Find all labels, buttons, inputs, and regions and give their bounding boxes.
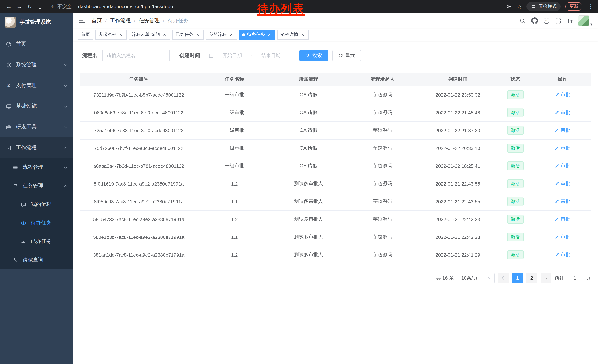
browser-menu-icon[interactable]: ⋮ <box>587 3 594 10</box>
cell-status: 激活 <box>496 139 534 157</box>
tab-close-icon[interactable]: × <box>267 32 272 37</box>
approve-link[interactable]: 审批 <box>555 145 570 152</box>
cell-action: 审批 <box>534 175 590 193</box>
github-icon[interactable] <box>531 17 538 24</box>
search-icon[interactable] <box>519 18 526 24</box>
tab[interactable]: 首页 <box>78 30 93 40</box>
approve-link[interactable]: 审批 <box>555 180 570 187</box>
tab-close-icon[interactable]: × <box>162 32 167 37</box>
font-size-icon[interactable] <box>567 18 573 24</box>
user-menu[interactable]: ▾ <box>578 15 592 26</box>
cell-task-id: 8f059c03-7ac8-11ec-a9e2-a2380e71991a <box>80 193 198 210</box>
sidebar-item-label: 研发工具 <box>16 124 37 130</box>
app-logo[interactable]: 芋道管理系统 <box>0 13 73 32</box>
browser-update-button[interactable]: 更新 <box>565 2 582 11</box>
table-row: 8f059c03-7ac8-11ec-a9e2-a2380e71991a 1.1… <box>80 193 590 210</box>
sidebar-item-done-tasks[interactable]: 已办任务 <box>0 232 73 251</box>
chevron-left-icon <box>502 276 505 280</box>
browser-reload-button[interactable]: ↻ <box>25 1 35 12</box>
approve-link[interactable]: 审批 <box>555 127 570 134</box>
approve-label: 审批 <box>561 127 570 134</box>
tags-bar: 首页 发起流程 × 流程表单-编辑 × 已办任务 × 我的流程 × 待办任务 ×… <box>73 29 598 41</box>
tab[interactable]: 已办任务 × <box>172 30 204 40</box>
tab-close-icon[interactable]: × <box>229 32 234 37</box>
cell-created: 2022-01-21 22:41:29 <box>420 246 496 264</box>
approve-link[interactable]: 审批 <box>555 91 570 98</box>
tab[interactable]: 流程详情 × <box>277 30 309 40</box>
password-key-icon[interactable] <box>506 3 512 10</box>
sidebar-collapse-icon[interactable] <box>78 17 86 24</box>
approve-link[interactable]: 审批 <box>555 109 570 116</box>
approve-link[interactable]: 审批 <box>555 234 570 240</box>
date-range-picker[interactable]: 开始日期 - 结束日期 <box>205 49 291 61</box>
search-button[interactable]: 搜索 <box>299 49 328 61</box>
fullscreen-icon[interactable] <box>555 18 561 24</box>
approve-link[interactable]: 审批 <box>555 162 570 169</box>
table-header-row: 任务编号 任务名称 所属流程 流程发起人 创建时间 状态 操作 <box>80 73 590 86</box>
breadcrumb-home[interactable]: 首页 <box>91 17 102 24</box>
cell-action: 审批 <box>534 157 590 175</box>
sidebar-item-workflow[interactable]: 工作流程 <box>0 138 73 158</box>
cell-status: 激活 <box>496 157 534 175</box>
table-row: 069c6a63-7b8a-11ec-8ef0-acde48001122 一级审… <box>80 104 590 121</box>
bookmark-star-icon[interactable]: ☆ <box>517 3 522 10</box>
edit-icon <box>555 128 559 133</box>
chevron-right-icon <box>544 276 548 280</box>
sidebar-item-process-mgmt[interactable]: 流程管理 <box>0 158 73 177</box>
tab[interactable]: 发起流程 × <box>95 30 127 40</box>
sidebar-item-todo-tasks[interactable]: 待办任务 <box>0 214 73 232</box>
approve-label: 审批 <box>561 109 570 116</box>
page-size-select[interactable]: 10条/页 <box>457 273 495 283</box>
tab-close-icon[interactable]: × <box>195 32 200 37</box>
cell-status: 激活 <box>496 193 534 210</box>
cell-task-id: 381aa1dd-7ac8-11ec-a9e2-a2380e71991a <box>80 246 198 264</box>
sidebar-item-payment[interactable]: ¥ 支付管理 <box>0 75 73 96</box>
browser-home-button[interactable]: ⌂ <box>35 1 45 12</box>
sidebar-item-devtools[interactable]: 研发工具 <box>0 117 73 138</box>
approve-link[interactable]: 审批 <box>555 198 570 205</box>
edit-icon <box>555 181 559 186</box>
tab-label: 流程详情 <box>281 32 298 38</box>
process-name-input[interactable] <box>102 49 170 61</box>
sidebar-item-my-process[interactable]: 我的流程 <box>0 195 73 214</box>
cell-process: OA 请假 <box>271 121 346 139</box>
cell-status: 激活 <box>496 228 534 246</box>
sidebar-item-infra[interactable]: 基础设施 <box>0 96 73 117</box>
tab-close-icon[interactable]: × <box>300 32 305 37</box>
tab-label: 发起流程 <box>99 32 116 38</box>
cell-process: OA 请假 <box>271 86 346 104</box>
prev-page-button[interactable] <box>498 273 509 283</box>
tab-close-icon[interactable]: × <box>118 32 123 37</box>
yen-icon: ¥ <box>6 83 11 89</box>
reset-button[interactable]: 重置 <box>332 49 361 61</box>
tab-label: 首页 <box>81 32 90 38</box>
sidebar-item-home[interactable]: 首页 <box>0 34 73 54</box>
breadcrumb-task-mgmt[interactable]: 任务管理 <box>131 17 160 24</box>
approve-link[interactable]: 审批 <box>555 251 570 258</box>
approve-link[interactable]: 审批 <box>555 216 570 223</box>
cell-task-id: 069c6a63-7b8a-11ec-8ef0-acde48001122 <box>80 104 198 121</box>
browser-back-button[interactable]: ← <box>4 1 14 12</box>
browser-forward-button[interactable]: → <box>14 1 25 12</box>
sidebar-item-system[interactable]: 系统管理 <box>0 54 73 75</box>
help-icon[interactable] <box>543 18 549 24</box>
cell-starter: 芋道源码 <box>346 246 420 264</box>
cell-starter: 芋道源码 <box>346 104 420 121</box>
address-bar[interactable]: ⚠ 不安全 dashboard.yudao.iocoder.cn/bpm/tas… <box>50 3 173 10</box>
tab[interactable]: 待办任务 × <box>239 30 275 40</box>
tab[interactable]: 我的流程 × <box>206 30 237 40</box>
sidebar-item-task-mgmt[interactable]: 任务管理 <box>0 177 73 195</box>
page-button-2[interactable]: 2 <box>526 273 537 283</box>
address-divider <box>75 4 75 9</box>
cell-task-id: a6aba0a4-7b6d-11ec-b781-acde48001122 <box>80 157 198 175</box>
next-page-button[interactable] <box>540 273 551 283</box>
cell-starter: 芋道源码 <box>346 157 420 175</box>
table-row: a6aba0a4-7b6d-11ec-b781-acde48001122 一级审… <box>80 157 590 175</box>
tab[interactable]: 流程表单-编辑 × <box>129 30 170 40</box>
sidebar-item-leave-query[interactable]: 请假查询 <box>0 251 73 269</box>
goto-page-input[interactable] <box>567 273 583 283</box>
cell-created: 2022-01-21 22:42:23 <box>420 210 496 228</box>
breadcrumb-workflow[interactable]: 工作流程 <box>102 17 131 24</box>
cell-created: 2022-01-22 20:33:10 <box>420 139 496 157</box>
page-button-1[interactable]: 1 <box>512 273 523 283</box>
